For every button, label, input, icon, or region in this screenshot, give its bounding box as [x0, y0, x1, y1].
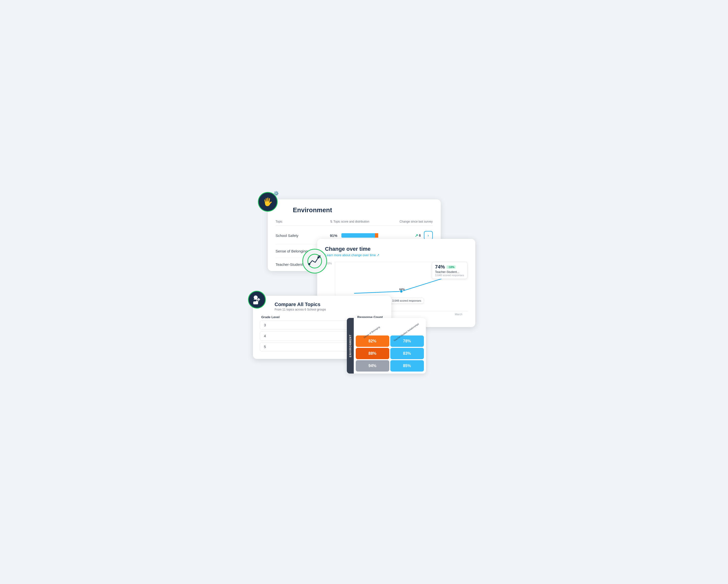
compare-logo — [248, 291, 266, 309]
cell-88: 88% — [356, 348, 389, 359]
school-safety-bar — [341, 233, 383, 238]
heatmap-y-label: ENVIRONMENT — [347, 318, 354, 374]
bar-orange — [375, 233, 379, 238]
heatmap-col-headers: Sense of Belonging Teacher-Student Relat… — [356, 320, 424, 333]
svg-line-5 — [320, 256, 320, 258]
heatmap-content: Sense of Belonging Teacher-Student Relat… — [354, 318, 426, 374]
score-header: ⇅ Topic score and distribution — [330, 220, 383, 223]
school-safety-score: 91% — [330, 233, 383, 238]
tooltip-badge: ↑10% — [446, 265, 456, 269]
external-link-icon: ↗ — [377, 253, 380, 257]
heatmap-inner: ENVIRONMENT Sense of Belonging Teacher-S… — [347, 318, 426, 374]
svg-line-4 — [318, 256, 320, 256]
school-safety-change: ↗ 6 › — [383, 231, 433, 240]
grade-4-cell: 4 — [260, 331, 348, 341]
responses-bubble: 3,648 scored responses — [390, 298, 424, 304]
compare-logo-circle — [248, 291, 266, 309]
arrow-up-icon: ↗ — [415, 233, 418, 238]
grade-header: Grade Level — [260, 315, 347, 319]
change-link[interactable]: Learn more about change over time ↗ — [325, 253, 467, 257]
change-header: Change since last survey — [383, 220, 433, 223]
school-safety-label: School Safety — [276, 233, 330, 238]
svg-point-1 — [308, 263, 310, 265]
cell-85: 85% — [390, 360, 424, 372]
grade-5-cell: 5 — [260, 342, 348, 352]
compare-title: Compare All Topics — [275, 302, 384, 307]
cell-94: 94% — [356, 360, 389, 372]
gear-icon: ⚙️ — [274, 191, 279, 196]
tooltip-header: 74% ↑10% — [435, 264, 464, 270]
tooltip-pct: 74% — [435, 264, 445, 270]
cell-83: 83% — [390, 348, 424, 359]
main-scene: 🖐 ⚙️ Environment Topic ⇅ Topic score and… — [253, 199, 475, 385]
heatmap-grid: 82% 78% 88% 83% 94% 85% — [356, 335, 424, 372]
compare-header: Compare All Topics From 11 topics across… — [260, 302, 384, 311]
change-value: 6 — [419, 233, 421, 237]
table-header: Topic ⇅ Topic score and distribution Cha… — [276, 218, 433, 226]
navigate-button[interactable]: › — [424, 231, 433, 240]
environment-title: Environment — [276, 206, 433, 214]
chart-icon-circle — [302, 249, 327, 274]
grade-3-cell: 3 — [260, 321, 348, 330]
school-safety-pct: 91% — [330, 233, 339, 238]
tooltip-responses: 3,648 scored responses — [435, 274, 464, 277]
heatmap-row-2: 88% 83% — [356, 348, 424, 359]
heatmap-row-3: 94% 85% — [356, 360, 424, 372]
tooltip-label: Teacher-Student... — [435, 270, 464, 274]
score-64-label: 64% — [399, 288, 405, 291]
tooltip-box: 74% ↑10% Teacher-Student... 3,648 scored… — [432, 262, 467, 279]
bar-blue — [341, 233, 375, 238]
change-title: Change over time — [325, 246, 467, 252]
heatmap-card: ENVIRONMENT Sense of Belonging Teacher-S… — [347, 318, 426, 374]
change-badge: ↗ 6 — [415, 233, 421, 238]
topic-header: Topic — [276, 220, 330, 223]
environment-logo: 🖐 ⚙️ — [258, 192, 283, 217]
compare-icon — [252, 295, 262, 305]
x-label-march: March — [455, 313, 463, 316]
logo-circle: 🖐 ⚙️ — [258, 192, 278, 212]
sort-icon: ⇅ — [330, 220, 333, 223]
compare-subtitle: From 11 topics across 6 School groups — [275, 308, 384, 311]
trend-line-icon — [307, 254, 322, 269]
